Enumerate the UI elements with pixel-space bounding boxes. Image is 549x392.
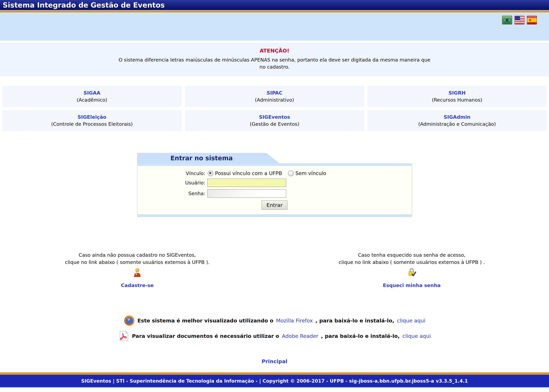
firefox-text-pre: Este sistema é melhor visualizado utiliz… [138,318,273,324]
systems-row-2: SIGEleição (Controle de Processos Eleito… [2,110,547,131]
usa-flag-canton [515,16,520,20]
header-orange-divider [0,11,549,12]
system-cell-sigaa[interactable]: SIGAA (Acadêmico) [2,86,181,107]
sigaa-desc: (Acadêmico) [77,97,107,103]
footer-bar: SIGEventos | STI - Superintendência de T… [0,375,549,388]
pdf-icon [118,330,129,342]
system-cell-sipac[interactable]: SIPAC (Administrativo) [185,86,364,107]
adobe-text-mid: , para baixá-lo e instalá-lo, [321,333,400,339]
spain-flag-crest [529,19,531,21]
vinculo-option-ufpb-label[interactable]: Possui vínculo com a UFPB [215,170,282,176]
language-switcher [502,16,537,24]
firefox-icon [124,315,135,326]
principal-row: Principal [0,358,549,364]
person-icon[interactable] [132,268,142,277]
firefox-clique-aqui-link[interactable]: clique aqui [397,318,425,324]
sigeleicao-desc: (Controle de Processos Eleitorais) [51,121,132,127]
login-bottom-strip [137,215,412,217]
system-cell-sigeleicao[interactable]: SIGEleição (Controle de Processos Eleito… [2,110,181,131]
forgot-text-line2: clique no link abaixo ( somente usuários… [275,259,549,266]
usa-flag-icon[interactable] [514,16,525,24]
sigrh-link[interactable]: SIGRH [448,90,466,96]
brazil-flag-icon[interactable] [502,16,512,24]
sigeventos-link[interactable]: SIGEventos [259,114,290,120]
register-text-line2: clique no link abaixo ( somente usuários… [0,259,275,266]
adobe-clique-aqui-link[interactable]: clique aqui [403,333,431,339]
vinculo-radio-ufpb[interactable] [208,170,213,176]
sipac-link[interactable]: SIPAC [267,90,282,96]
login-tab: Entrar no sistema [137,153,280,163]
systems-row-1: SIGAA (Acadêmico) SIPAC (Administrativo)… [2,86,547,107]
submit-row: Entrar [138,200,412,210]
usuario-input[interactable] [207,179,286,187]
page-title: Sistema Integrado de Gestão de Eventos [0,1,165,9]
cadastre-se-link[interactable]: Cadastre-se [121,282,153,288]
mozilla-firefox-link[interactable]: Mozilla Firefox [276,318,313,324]
sigeleicao-link[interactable]: SIGEleição [78,114,106,120]
entrar-button[interactable]: Entrar [262,200,288,210]
footer-text: SIGEventos | STI - Superintendência de T… [81,378,468,384]
vinculo-row: Vínculo: Possui vínculo com a UFPB Sem v… [138,170,412,176]
system-cell-sigadmin[interactable]: SIGAdmin (Administração e Comunicação) [368,110,547,131]
footer: SIGEventos | STI - Superintendência de T… [0,372,549,388]
usuario-row: Usuário: [138,179,412,187]
help-section: Caso ainda não possua cadastro no SIGEve… [0,252,549,288]
register-text-line1: Caso ainda não possua cadastro no SIGEve… [0,252,275,259]
app-header: Sistema Integrado de Gestão de Eventos [0,0,549,11]
system-cell-sigeventos[interactable]: SIGEventos (Gestão de Eventos) [185,110,364,131]
firefox-text-mid: , para baixá-lo e instalá-lo, [315,318,394,324]
vinculo-label: Vínculo: [138,170,207,176]
attention-text-line1: O sistema diferencia letras maiúsculas d… [0,56,549,63]
firefox-note: Este sistema é melhor visualizado utiliz… [0,315,549,326]
adobe-note: Para visualizar documentos é necessário … [0,330,549,342]
brazil-flag-globe [505,18,509,22]
padlock-icon[interactable] [407,268,417,277]
systems-grid: SIGAA (Acadêmico) SIPAC (Administrativo)… [2,86,547,131]
senha-input[interactable] [207,189,286,198]
spain-flag-icon[interactable] [527,16,537,24]
forgot-column: Caso tenha esquecido sua senha de acesso… [275,252,549,288]
login-form: Vínculo: Possui vínculo com a UFPB Sem v… [137,166,412,215]
sigadmin-desc: (Administração e Comunicação) [418,121,496,127]
login-title: Entrar no sistema [137,154,266,162]
forgot-text-line1: Caso tenha esquecido sua senha de acesso… [275,252,549,259]
adobe-reader-link[interactable]: Adobe Reader [282,333,318,339]
footer-orange-divider [0,372,549,375]
principal-link[interactable]: Principal [262,358,287,364]
login-box: Entrar no sistema Vínculo: Possui víncul… [137,153,412,217]
vinculo-option-sem-label[interactable]: Sem vínculo [295,170,326,176]
login-tab-row: Entrar no sistema [137,153,412,163]
senha-label: Senha: [138,191,207,196]
system-cell-sigrh[interactable]: SIGRH (Recursos Humanos) [368,86,547,107]
adobe-text-pre: Para visualizar documentos é necessário … [132,333,279,339]
esqueci-senha-link[interactable]: Esqueci minha senha [383,282,441,288]
sigaa-link[interactable]: SIGAA [83,90,100,96]
sigeventos-desc: (Gestão de Eventos) [250,121,299,127]
attention-heading: ATENÇÃO! [0,48,549,54]
login-top-strip [137,163,412,166]
vinculo-radio-sem[interactable] [288,170,294,176]
sigadmin-link[interactable]: SIGAdmin [444,114,471,120]
sipac-desc: (Administrativo) [255,97,294,103]
attention-panel: ATENÇÃO! O sistema diferencia letras mai… [0,42,549,77]
senha-row: Senha: [138,189,412,198]
register-column: Caso ainda não possua cadastro no SIGEve… [0,252,275,288]
sigrh-desc: (Recursos Humanos) [432,97,482,103]
attention-text-line2: no cadastro. [0,63,549,70]
language-band [0,12,549,41]
usuario-label: Usuário: [138,180,207,186]
